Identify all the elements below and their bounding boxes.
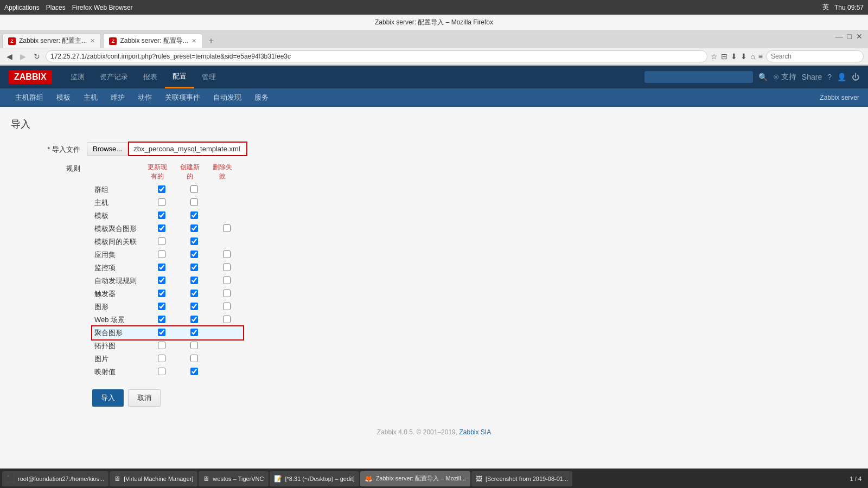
subnav-actions[interactable]: 动作 bbox=[131, 88, 158, 107]
checkbox-update-1[interactable] bbox=[158, 198, 165, 206]
header-search-input[interactable] bbox=[644, 71, 753, 83]
checkbox-create-5[interactable] bbox=[190, 251, 198, 258]
taskbar-item-4[interactable]: 🦊Zabbix server: 配置导入 – Mozill... bbox=[360, 471, 470, 486]
import-button[interactable]: 导入 bbox=[92, 389, 124, 407]
subnav-templates[interactable]: 模板 bbox=[50, 88, 77, 107]
window-controls[interactable]: — □ ✕ bbox=[835, 32, 863, 41]
minimize-button[interactable]: — bbox=[835, 32, 843, 41]
checkbox-create-12[interactable] bbox=[190, 342, 198, 349]
checkbox-create-9[interactable] bbox=[190, 303, 198, 310]
share-link[interactable]: Share bbox=[802, 73, 822, 81]
search-input[interactable] bbox=[766, 50, 864, 62]
checkbox-create-1[interactable] bbox=[190, 198, 198, 206]
checkbox-update-13[interactable] bbox=[158, 355, 165, 362]
menu-icon[interactable]: ≡ bbox=[758, 52, 763, 61]
checkbox-update-6[interactable] bbox=[158, 264, 165, 271]
taskbar: ⬛root@foundation27:/home/kios...🖥[Virtua… bbox=[0, 468, 868, 488]
help-icon[interactable]: ? bbox=[827, 73, 832, 81]
checkbox-update-4[interactable] bbox=[158, 237, 165, 245]
subnav-maintenance[interactable]: 维护 bbox=[104, 88, 131, 107]
user-icon[interactable]: 👤 bbox=[837, 73, 846, 81]
places-menu[interactable]: Places bbox=[46, 4, 66, 11]
taskbar-item-label-2: westos – TigerVNC bbox=[213, 476, 264, 482]
checkbox-delete-7[interactable] bbox=[223, 277, 231, 284]
checkbox-create-3[interactable] bbox=[190, 224, 198, 232]
checkbox-update-12[interactable] bbox=[158, 342, 165, 349]
browse-button[interactable]: Browse... bbox=[87, 142, 128, 156]
checkbox-create-14[interactable] bbox=[190, 368, 198, 375]
rules-table: 更新现有的 创建新的 删除失效 群组主机模板模板聚合图形模板间的关联应用集监控项… bbox=[92, 162, 243, 378]
close-button[interactable]: ✕ bbox=[856, 32, 863, 41]
checkbox-update-3[interactable] bbox=[158, 224, 165, 232]
new-tab-button[interactable]: ＋ bbox=[202, 33, 220, 49]
checkbox-update-2[interactable] bbox=[158, 211, 165, 219]
address-input[interactable] bbox=[46, 50, 707, 62]
checkbox-delete-5[interactable] bbox=[223, 251, 231, 258]
taskbar-item-1[interactable]: 🖥[Virtual Machine Manager] bbox=[110, 471, 197, 486]
taskbar-icon-gedit: 📝 bbox=[274, 475, 282, 483]
bookmark-star-icon[interactable]: ☆ bbox=[711, 52, 718, 61]
nav-reports[interactable]: 报表 bbox=[136, 66, 165, 88]
taskbar-item-3[interactable]: 📝[*8.31 (~/Desktop) – gedit] bbox=[270, 471, 359, 486]
table-row: 模板 bbox=[92, 209, 243, 222]
checkbox-create-0[interactable] bbox=[190, 185, 198, 193]
checkbox-update-14[interactable] bbox=[158, 368, 165, 375]
checkbox-delete-8[interactable] bbox=[223, 290, 231, 297]
checkbox-delete-3[interactable] bbox=[223, 224, 231, 232]
subnav-correlated-events[interactable]: 关联项事件 bbox=[158, 88, 207, 107]
subnav-hosts[interactable]: 主机 bbox=[77, 88, 104, 107]
row-delete-cell-3 bbox=[210, 222, 243, 235]
browser-tab-1[interactable]: Z Zabbix server: 配置主... ✕ bbox=[2, 34, 101, 48]
row-create-cell-4 bbox=[178, 235, 210, 248]
checkbox-create-4[interactable] bbox=[190, 237, 198, 245]
pocket-icon[interactable]: ⬇ bbox=[731, 52, 737, 61]
checkbox-delete-9[interactable] bbox=[223, 303, 231, 310]
checkbox-update-9[interactable] bbox=[158, 303, 165, 310]
reload-button[interactable]: ↻ bbox=[31, 51, 42, 62]
cancel-button[interactable]: 取消 bbox=[128, 389, 161, 407]
checkbox-create-10[interactable] bbox=[190, 316, 198, 323]
checkbox-update-10[interactable] bbox=[158, 316, 165, 323]
browser-tab-2[interactable]: Z Zabbix server: 配置导... ✕ bbox=[103, 34, 202, 48]
checkbox-create-2[interactable] bbox=[190, 211, 198, 219]
footer-link[interactable]: Zabbix SIA bbox=[459, 428, 491, 436]
checkbox-delete-10[interactable] bbox=[223, 316, 231, 323]
power-icon[interactable]: ⏻ bbox=[852, 73, 859, 81]
nav-admin[interactable]: 管理 bbox=[194, 66, 224, 88]
reader-view-icon[interactable]: ⊟ bbox=[721, 52, 727, 61]
checkbox-create-6[interactable] bbox=[190, 264, 198, 271]
download-icon[interactable]: ⬇ bbox=[741, 52, 747, 61]
subnav-discovery[interactable]: 自动发现 bbox=[207, 88, 248, 107]
checkbox-update-11[interactable] bbox=[158, 329, 165, 336]
checkbox-create-8[interactable] bbox=[190, 290, 198, 297]
browser-app-menu[interactable]: Firefox Web Browser bbox=[72, 4, 133, 11]
checkbox-update-7[interactable] bbox=[158, 277, 165, 284]
search-icon[interactable]: 🔍 bbox=[758, 73, 768, 81]
nav-assets[interactable]: 资产记录 bbox=[92, 66, 136, 88]
checkbox-delete-6[interactable] bbox=[223, 264, 231, 271]
tab-close-1[interactable]: ✕ bbox=[90, 37, 95, 44]
nav-monitor[interactable]: 监测 bbox=[63, 66, 92, 88]
subnav-services[interactable]: 服务 bbox=[248, 88, 275, 107]
checkbox-create-7[interactable] bbox=[190, 277, 198, 284]
tab-close-2[interactable]: ✕ bbox=[192, 37, 196, 44]
home-icon[interactable]: ⌂ bbox=[750, 52, 755, 61]
checkbox-update-5[interactable] bbox=[158, 251, 165, 258]
checkbox-update-8[interactable] bbox=[158, 290, 165, 297]
taskbar-item-2[interactable]: 🖥westos – TigerVNC bbox=[199, 471, 268, 486]
applications-menu[interactable]: Applications bbox=[4, 4, 40, 11]
taskbar-item-5[interactable]: 🖼[Screenshot from 2019-08-01... bbox=[471, 471, 572, 486]
os-bar-right: 英 Thu 09:57 bbox=[822, 3, 864, 12]
row-update-cell-13 bbox=[145, 352, 178, 365]
maximize-button[interactable]: □ bbox=[847, 32, 852, 41]
taskbar-item-0[interactable]: ⬛root@foundation27:/home/kios... bbox=[2, 471, 108, 486]
checkbox-create-11[interactable] bbox=[190, 329, 198, 336]
nav-config[interactable]: 配置 bbox=[165, 66, 194, 88]
checkbox-update-0[interactable] bbox=[158, 185, 165, 193]
row-create-cell-11 bbox=[178, 326, 210, 339]
back-button[interactable]: ◀ bbox=[4, 51, 15, 62]
forward-button[interactable]: ▶ bbox=[18, 51, 28, 62]
support-link[interactable]: ⊙ 支持 bbox=[773, 72, 796, 82]
checkbox-create-13[interactable] bbox=[190, 355, 198, 362]
subnav-host-groups[interactable]: 主机群组 bbox=[9, 88, 50, 107]
